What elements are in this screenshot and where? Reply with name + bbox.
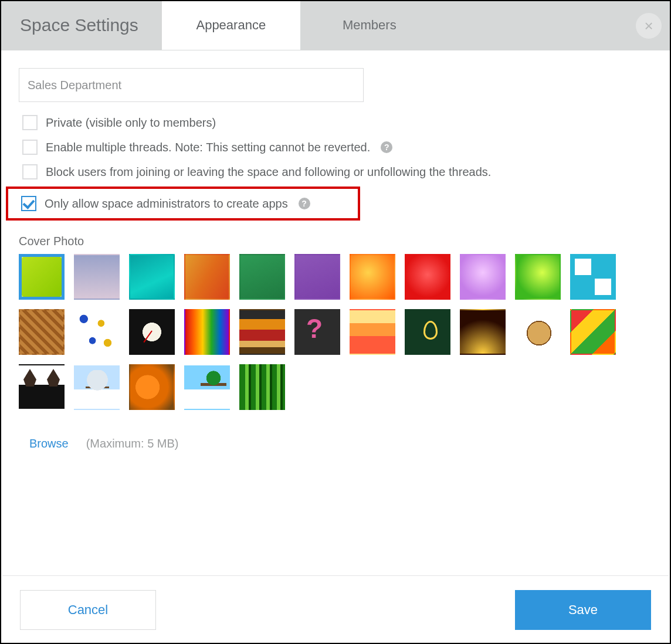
cover-thumb-24[interactable] [129, 364, 175, 410]
space-name-input[interactable] [19, 68, 364, 102]
cover-thumb-11[interactable] [19, 309, 65, 355]
dialog-header: Space Settings Appearance Members × [1, 1, 670, 50]
tabs: Appearance Members [162, 1, 439, 50]
cover-photo-section: Cover Photo Browse (Maximum: 5 MB) [19, 235, 652, 450]
cover-thumb-10[interactable] [570, 254, 616, 300]
cover-thumb-5[interactable] [294, 254, 340, 300]
cover-thumb-18[interactable] [405, 309, 450, 355]
cover-thumb-9[interactable] [515, 254, 561, 300]
cover-thumb-16[interactable] [294, 309, 340, 355]
cover-thumb-7[interactable] [405, 254, 450, 300]
checkbox-private[interactable] [22, 115, 38, 130]
option-private-label: Private (visible only to members) [46, 116, 216, 130]
options-list: Private (visible only to members) Enable… [19, 110, 652, 221]
cover-thumb-21[interactable] [570, 309, 616, 355]
cover-thumb-13[interactable] [129, 309, 175, 355]
checkbox-admin-only-apps[interactable] [21, 196, 36, 211]
dialog-footer: Cancel Save [2, 575, 669, 642]
cancel-button[interactable]: Cancel [20, 590, 156, 630]
tab-appearance[interactable]: Appearance [162, 1, 300, 50]
option-admin-only-apps: Only allow space administrators to creat… [6, 187, 360, 221]
help-icon[interactable]: ? [381, 141, 392, 153]
tab-members[interactable]: Members [300, 1, 439, 50]
cover-upload-row: Browse (Maximum: 5 MB) [19, 437, 652, 450]
cover-thumb-25[interactable] [184, 364, 230, 410]
cover-thumb-17[interactable] [350, 309, 395, 355]
cover-photo-grid [19, 254, 652, 410]
cover-thumb-12[interactable] [74, 309, 120, 355]
cover-thumb-23[interactable] [74, 364, 120, 410]
dialog-body: Private (visible only to members) Enable… [1, 50, 670, 450]
option-block-users: Block users from joining or leaving the … [19, 160, 652, 184]
cover-thumb-22[interactable] [19, 364, 65, 410]
cover-thumb-0[interactable] [19, 254, 65, 300]
option-multi-thread-label: Enable multiple threads. Note: This sett… [46, 141, 370, 154]
cover-thumb-1[interactable] [74, 254, 120, 300]
option-multi-thread: Enable multiple threads. Note: This sett… [19, 135, 652, 160]
cover-thumb-14[interactable] [184, 309, 230, 355]
save-button[interactable]: Save [515, 590, 651, 630]
cover-thumb-4[interactable] [239, 254, 285, 300]
option-admin-only-apps-label: Only allow space administrators to creat… [45, 197, 288, 211]
browse-link[interactable]: Browse [29, 437, 69, 450]
help-icon[interactable]: ? [299, 198, 310, 209]
checkbox-multi-thread[interactable] [22, 140, 38, 155]
option-block-users-label: Block users from joining or leaving the … [46, 165, 491, 179]
cover-thumb-19[interactable] [460, 309, 506, 355]
cover-thumb-26[interactable] [239, 364, 285, 410]
cover-thumb-2[interactable] [129, 254, 175, 300]
cover-thumb-6[interactable] [350, 254, 395, 300]
close-icon[interactable]: × [636, 13, 662, 39]
checkbox-block-users[interactable] [22, 164, 38, 179]
cover-thumb-8[interactable] [460, 254, 506, 300]
dialog-title: Space Settings [1, 1, 162, 50]
cover-thumb-20[interactable] [515, 309, 561, 355]
cover-thumb-3[interactable] [184, 254, 230, 300]
cover-thumb-15[interactable] [239, 309, 285, 355]
max-size-label: (Maximum: 5 MB) [86, 437, 179, 450]
cover-photo-label: Cover Photo [19, 235, 652, 248]
option-private: Private (visible only to members) [19, 110, 652, 135]
